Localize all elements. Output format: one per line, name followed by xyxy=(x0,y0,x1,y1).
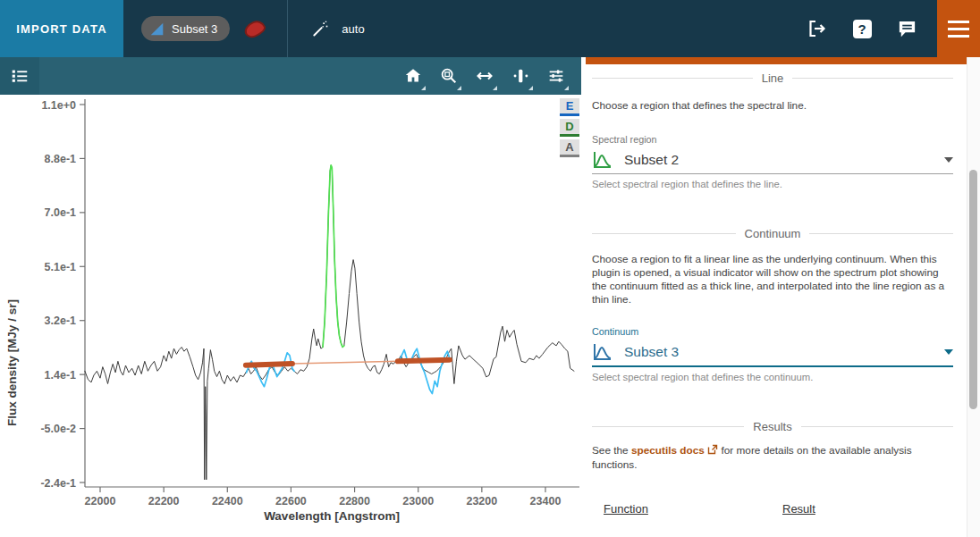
line-section-description: Choose a region that defines the spectra… xyxy=(592,99,953,113)
continuum-section-description: Choose a region to fit a linear line as … xyxy=(592,253,953,306)
continuum-fit-left-thick xyxy=(246,364,292,365)
spectrum-region-blue-icon xyxy=(592,342,613,362)
viewer-tool-buttons xyxy=(395,57,574,95)
import-data-button[interactable]: IMPORT DATA xyxy=(0,0,123,57)
magic-wand-icon[interactable] xyxy=(311,20,329,38)
spectral-region-hint: Select spectral region that defines the … xyxy=(592,179,953,189)
y-tick-label: 1.1e+0 xyxy=(41,99,76,112)
line-section-header: Line xyxy=(592,71,953,85)
spectrum-region-green-icon xyxy=(592,150,613,170)
panel-scrollbar-track[interactable] xyxy=(967,57,980,537)
x-tick-label: 22200 xyxy=(148,495,180,508)
spectral-region-value: Subset 2 xyxy=(624,152,934,168)
panel-scrollbar-thumb[interactable] xyxy=(969,170,977,409)
results-section-title: Results xyxy=(753,420,791,433)
viewer-toolbar xyxy=(0,57,581,95)
external-link-icon[interactable] xyxy=(707,444,718,458)
results-see-prefix: See the xyxy=(592,444,629,457)
x-tick-label: 23200 xyxy=(466,495,497,508)
spectrum-line xyxy=(85,165,574,480)
results-docs-text: See the specutils docs for more details … xyxy=(592,444,953,472)
top-right-icons: ? xyxy=(807,0,917,57)
plot-settings-button[interactable] xyxy=(538,57,574,95)
help-icon[interactable]: ? xyxy=(851,18,873,39)
data-menu-button[interactable] xyxy=(0,57,39,95)
spectrum-viewer-card: E D A 1.1e+08.8e-17.0e-15.1e-13.2e-11.4e… xyxy=(0,57,581,537)
spectral-region-select[interactable]: Subset 2 xyxy=(592,147,953,174)
specutils-docs-link[interactable]: specutils docs xyxy=(631,444,705,457)
y-tick-label: 5.1e-1 xyxy=(45,261,76,273)
layer-toggle-d[interactable]: D xyxy=(560,119,579,137)
chevron-down-icon xyxy=(944,349,953,355)
home-reset-zoom-button[interactable] xyxy=(395,57,431,95)
results-table: Function Result Line Flux 1.323e-9 ± 3.7… xyxy=(592,502,953,537)
box-zoom-button[interactable] xyxy=(431,57,467,95)
jdaviz-app: IMPORT DATA Subset 3 auto xyxy=(0,0,980,537)
continuum-select[interactable]: Subset 3 xyxy=(592,339,953,367)
subset-region-blob-icon[interactable] xyxy=(242,18,268,40)
layer-toggle-a[interactable]: A xyxy=(560,139,579,157)
toolbar-divider xyxy=(287,0,288,57)
auto-mode-zone: auto xyxy=(311,0,364,57)
y-tick-label: 3.2e-1 xyxy=(45,315,76,327)
chevron-down-icon xyxy=(944,157,953,163)
x-tick-label: 22400 xyxy=(212,495,243,508)
x-tick-label: 22600 xyxy=(275,495,307,508)
viewer-layer-toggles: E D A xyxy=(560,98,579,157)
continuum-section-title: Continuum xyxy=(745,227,801,240)
comment-icon[interactable] xyxy=(896,18,917,39)
y-tick-label: 7.0e-1 xyxy=(45,206,76,219)
subset2-line-region xyxy=(323,165,344,348)
continuum-field-label: Continuum xyxy=(592,326,953,337)
line-section-title: Line xyxy=(762,71,784,85)
spectral-region-label: Spectral region xyxy=(592,134,953,145)
y-tick-label: 1.4e-1 xyxy=(45,369,76,382)
y-tick-label: -5.0e-2 xyxy=(40,423,76,435)
y-axis-label: Flux density [MJy / sr] xyxy=(5,299,19,426)
spectrum-plot-canvas[interactable]: 1.1e+08.8e-17.0e-15.1e-13.2e-11.4e-1-5.0… xyxy=(0,95,581,537)
results-section-header: Results xyxy=(592,420,953,433)
x-tick-label: 23000 xyxy=(402,495,434,508)
plugin-accent-strip xyxy=(586,57,967,64)
continuum-section-header: Continuum xyxy=(592,227,953,240)
subset-triangle-icon xyxy=(149,21,165,37)
continuum-value: Subset 3 xyxy=(624,344,934,360)
x-tick-label: 22800 xyxy=(339,495,370,508)
y-tick-label: 8.8e-1 xyxy=(45,153,76,165)
layer-toggle-e[interactable]: E xyxy=(560,98,579,116)
select-region-button[interactable] xyxy=(503,57,538,95)
subset-select-zone: Subset 3 xyxy=(123,0,288,57)
subset-chip[interactable]: Subset 3 xyxy=(141,16,230,41)
x-axis-label: Wavelength [Angstrom] xyxy=(264,509,400,523)
auto-label: auto xyxy=(342,22,364,36)
hamburger-menu-button[interactable] xyxy=(937,0,980,57)
subset3-continuum-region-right xyxy=(399,348,450,394)
continuum-fit-right-thick xyxy=(398,360,450,362)
results-col-result: Result xyxy=(782,502,953,516)
export-icon[interactable] xyxy=(807,18,828,39)
results-col-function: Function xyxy=(604,502,782,516)
x-tick-label: 23400 xyxy=(530,495,562,508)
subset-chip-label: Subset 3 xyxy=(172,22,217,36)
plot-area: E D A 1.1e+08.8e-17.0e-15.1e-13.2e-11.4e… xyxy=(0,95,581,537)
continuum-hint: Select spectral region that defines the … xyxy=(592,372,953,382)
top-app-bar: IMPORT DATA Subset 3 auto xyxy=(0,0,980,57)
line-analysis-plugin-panel: Line Choose a region that defines the sp… xyxy=(581,57,980,537)
y-tick-label: -2.4e-1 xyxy=(40,477,76,490)
pan-horizontal-button[interactable] xyxy=(467,57,503,95)
x-tick-label: 22000 xyxy=(85,495,116,508)
